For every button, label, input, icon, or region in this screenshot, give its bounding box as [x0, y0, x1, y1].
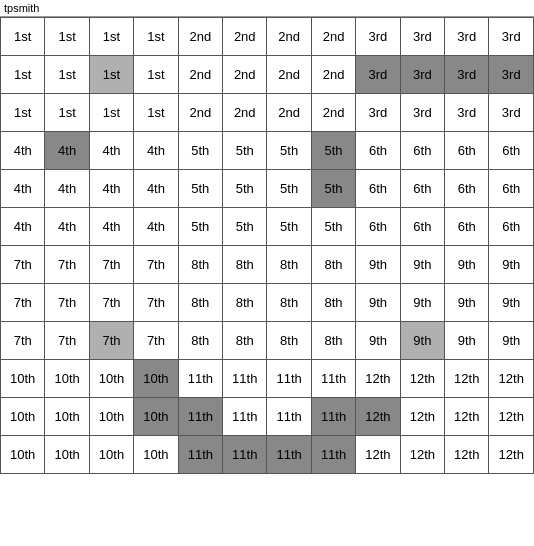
table-cell: 12th	[356, 398, 400, 436]
table-cell: 8th	[267, 246, 311, 284]
table-cell: 10th	[134, 360, 178, 398]
table-cell: 8th	[223, 322, 267, 360]
table-cell: 2nd	[267, 94, 311, 132]
table-cell: 8th	[267, 322, 311, 360]
table-cell: 9th	[489, 322, 534, 360]
table-cell: 12th	[400, 436, 444, 474]
table-cell: 7th	[89, 322, 133, 360]
table-cell: 12th	[445, 360, 489, 398]
table-cell: 3rd	[356, 18, 400, 56]
grid-container: 1st1st1st1st2nd2nd2nd2nd3rd3rd3rd3rd1st1…	[0, 17, 534, 474]
table-cell: 9th	[400, 322, 444, 360]
table-cell: 10th	[45, 436, 89, 474]
table-cell: 9th	[445, 246, 489, 284]
table-cell: 6th	[356, 170, 400, 208]
table-cell: 7th	[134, 322, 178, 360]
table-cell: 9th	[489, 284, 534, 322]
table-cell: 11th	[267, 436, 311, 474]
table-cell: 9th	[400, 284, 444, 322]
table-cell: 2nd	[311, 56, 355, 94]
table-cell: 1st	[45, 94, 89, 132]
table-cell: 4th	[89, 132, 133, 170]
table-cell: 2nd	[223, 56, 267, 94]
table-cell: 5th	[311, 132, 355, 170]
app-title: tpsmith	[4, 2, 39, 14]
table-cell: 7th	[45, 246, 89, 284]
table-cell: 2nd	[223, 18, 267, 56]
table-row: 10th10th10th10th11th11th11th11th12th12th…	[1, 360, 534, 398]
table-cell: 7th	[45, 322, 89, 360]
table-cell: 10th	[89, 436, 133, 474]
table-cell: 1st	[45, 18, 89, 56]
table-cell: 3rd	[445, 18, 489, 56]
table-cell: 4th	[89, 208, 133, 246]
table-cell: 3rd	[489, 94, 534, 132]
table-cell: 2nd	[311, 94, 355, 132]
table-cell: 9th	[400, 246, 444, 284]
table-cell: 10th	[1, 436, 45, 474]
table-cell: 8th	[311, 246, 355, 284]
table-row: 4th4th4th4th5th5th5th5th6th6th6th6th	[1, 132, 534, 170]
table-cell: 7th	[89, 284, 133, 322]
table-cell: 12th	[356, 436, 400, 474]
table-cell: 9th	[445, 322, 489, 360]
table-cell: 8th	[178, 322, 222, 360]
table-cell: 12th	[356, 360, 400, 398]
table-cell: 3rd	[400, 94, 444, 132]
table-cell: 7th	[1, 322, 45, 360]
table-row: 4th4th4th4th5th5th5th5th6th6th6th6th	[1, 208, 534, 246]
table-cell: 5th	[311, 208, 355, 246]
table-cell: 10th	[1, 398, 45, 436]
table-cell: 7th	[1, 246, 45, 284]
table-cell: 4th	[134, 170, 178, 208]
table-cell: 11th	[178, 436, 222, 474]
table-cell: 12th	[489, 436, 534, 474]
table-cell: 11th	[223, 360, 267, 398]
table-cell: 6th	[400, 208, 444, 246]
table-cell: 11th	[178, 360, 222, 398]
table-cell: 6th	[400, 170, 444, 208]
table-row: 7th7th7th7th8th8th8th8th9th9th9th9th	[1, 246, 534, 284]
table-cell: 1st	[134, 18, 178, 56]
table-row: 1st1st1st1st2nd2nd2nd2nd3rd3rd3rd3rd	[1, 94, 534, 132]
table-cell: 10th	[45, 398, 89, 436]
table-row: 10th10th10th10th11th11th11th11th12th12th…	[1, 398, 534, 436]
table-cell: 11th	[311, 360, 355, 398]
table-cell: 5th	[178, 208, 222, 246]
table-cell: 3rd	[356, 94, 400, 132]
table-cell: 2nd	[178, 18, 222, 56]
table-cell: 12th	[445, 398, 489, 436]
table-cell: 11th	[178, 398, 222, 436]
table-cell: 1st	[1, 18, 45, 56]
table-cell: 10th	[134, 398, 178, 436]
table-cell: 11th	[311, 436, 355, 474]
table-cell: 7th	[134, 246, 178, 284]
table-row: 1st1st1st1st2nd2nd2nd2nd3rd3rd3rd3rd	[1, 18, 534, 56]
table-cell: 9th	[445, 284, 489, 322]
table-cell: 2nd	[267, 18, 311, 56]
table-cell: 7th	[89, 246, 133, 284]
table-cell: 11th	[267, 360, 311, 398]
table-cell: 6th	[489, 170, 534, 208]
table-cell: 3rd	[489, 18, 534, 56]
table-cell: 4th	[45, 208, 89, 246]
table-cell: 1st	[134, 56, 178, 94]
table-cell: 3rd	[445, 56, 489, 94]
table-row: 10th10th10th10th11th11th11th11th12th12th…	[1, 436, 534, 474]
table-cell: 1st	[89, 18, 133, 56]
table-cell: 6th	[356, 132, 400, 170]
table-cell: 6th	[356, 208, 400, 246]
table-cell: 5th	[178, 170, 222, 208]
table-cell: 2nd	[267, 56, 311, 94]
table-cell: 10th	[1, 360, 45, 398]
table-cell: 6th	[445, 132, 489, 170]
table-cell: 8th	[311, 322, 355, 360]
table-cell: 4th	[1, 170, 45, 208]
table-cell: 8th	[267, 284, 311, 322]
table-cell: 9th	[356, 246, 400, 284]
table-cell: 11th	[223, 398, 267, 436]
table-cell: 12th	[400, 398, 444, 436]
table-cell: 12th	[400, 360, 444, 398]
table-cell: 1st	[1, 94, 45, 132]
table-cell: 5th	[223, 170, 267, 208]
